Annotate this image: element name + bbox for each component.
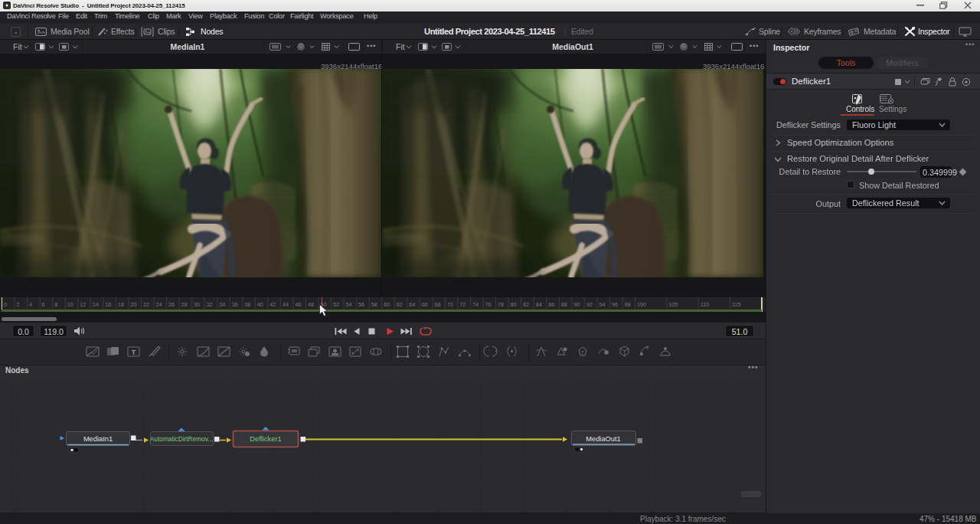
svg-text:74: 74 bbox=[472, 301, 479, 308]
svg-text:40: 40 bbox=[257, 301, 263, 308]
svg-text:42: 42 bbox=[270, 301, 276, 308]
svg-text:32: 32 bbox=[207, 301, 213, 308]
svg-text:24: 24 bbox=[156, 301, 162, 308]
svg-text:18: 18 bbox=[118, 301, 124, 308]
svg-text:MediaIn1: MediaIn1 bbox=[83, 435, 113, 443]
svg-text:22: 22 bbox=[143, 301, 149, 308]
svg-text:48: 48 bbox=[308, 301, 314, 308]
svg-text:26: 26 bbox=[168, 301, 175, 308]
svg-text:6: 6 bbox=[42, 301, 45, 308]
svg-text:110: 110 bbox=[701, 301, 709, 308]
svg-text:MediaOut1: MediaOut1 bbox=[552, 42, 593, 51]
svg-text:76: 76 bbox=[485, 301, 492, 308]
svg-text:96: 96 bbox=[612, 301, 618, 308]
svg-text:80: 80 bbox=[511, 301, 517, 308]
svg-text:36: 36 bbox=[232, 301, 238, 308]
svg-text:62: 62 bbox=[397, 301, 403, 308]
svg-text:16: 16 bbox=[105, 301, 111, 308]
svg-text:82: 82 bbox=[523, 301, 529, 308]
svg-text:115: 115 bbox=[732, 301, 740, 308]
svg-text:14: 14 bbox=[93, 301, 99, 308]
svg-text:98: 98 bbox=[625, 301, 631, 308]
svg-text:MediaIn1: MediaIn1 bbox=[171, 42, 205, 51]
svg-text:34: 34 bbox=[219, 301, 225, 308]
svg-text:52: 52 bbox=[333, 301, 339, 308]
svg-text:70: 70 bbox=[447, 301, 453, 308]
svg-text:MediaOut1: MediaOut1 bbox=[586, 435, 620, 443]
svg-text:92: 92 bbox=[586, 301, 593, 308]
svg-text:72: 72 bbox=[459, 301, 466, 308]
svg-text:86: 86 bbox=[548, 301, 554, 308]
svg-text:Deflicker1: Deflicker1 bbox=[250, 435, 281, 443]
svg-text:•••: ••• bbox=[367, 42, 376, 50]
svg-text:60: 60 bbox=[384, 301, 390, 308]
svg-text:56: 56 bbox=[358, 301, 364, 308]
svg-text:10: 10 bbox=[67, 301, 74, 308]
svg-text:84: 84 bbox=[536, 301, 542, 308]
svg-text:58: 58 bbox=[371, 301, 377, 308]
svg-text:4: 4 bbox=[29, 301, 32, 308]
svg-text:46: 46 bbox=[295, 301, 301, 308]
svg-text:0: 0 bbox=[4, 301, 7, 308]
svg-text:105: 105 bbox=[668, 301, 678, 308]
svg-text:38: 38 bbox=[244, 301, 250, 308]
svg-text:66: 66 bbox=[422, 301, 428, 308]
svg-text:90: 90 bbox=[573, 301, 580, 308]
svg-text:94: 94 bbox=[599, 301, 605, 308]
svg-text:78: 78 bbox=[498, 301, 504, 308]
svg-text:AutomaticDirtRemov...: AutomaticDirtRemov... bbox=[150, 435, 213, 443]
svg-text:68: 68 bbox=[434, 301, 440, 308]
svg-text:8: 8 bbox=[54, 301, 57, 308]
svg-text:30: 30 bbox=[194, 301, 200, 308]
svg-text:T: T bbox=[132, 349, 136, 356]
svg-text:44: 44 bbox=[283, 301, 289, 308]
svg-text:20: 20 bbox=[130, 301, 136, 308]
svg-text:64: 64 bbox=[409, 301, 415, 308]
svg-text:88: 88 bbox=[561, 301, 567, 308]
svg-text:Fit: Fit bbox=[13, 42, 22, 51]
svg-text:28: 28 bbox=[181, 301, 188, 308]
svg-text:12: 12 bbox=[80, 301, 86, 308]
svg-text:100: 100 bbox=[637, 301, 646, 308]
svg-text:2: 2 bbox=[17, 301, 20, 308]
svg-text:54: 54 bbox=[346, 301, 352, 308]
svg-text:T: T bbox=[581, 350, 585, 355]
